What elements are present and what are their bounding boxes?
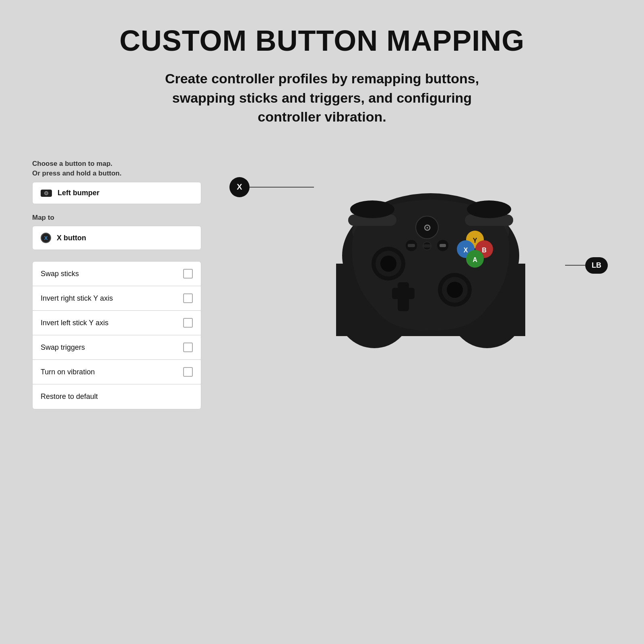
svg-point-11	[380, 256, 396, 272]
options-list: Swap sticksInvert right stick Y axisInve…	[32, 261, 201, 384]
left-panel: Choose a button to map. Or press and hol…	[32, 159, 201, 410]
lb-icon-inner	[44, 191, 48, 195]
option-checkbox-3[interactable]	[183, 343, 193, 352]
svg-rect-16	[392, 288, 415, 299]
x-annotation-bubble: X	[229, 177, 250, 197]
option-checkbox-2[interactable]	[183, 318, 193, 328]
restore-to-default-button[interactable]: Restore to default	[32, 384, 201, 409]
mapped-button-label: X button	[57, 234, 86, 242]
option-label-0: Swap sticks	[41, 270, 79, 278]
lb-icon	[41, 190, 52, 197]
annotation-x: X	[229, 177, 314, 197]
option-checkbox-1[interactable]	[183, 293, 193, 303]
option-label-3: Swap triggers	[41, 343, 85, 352]
lb-annotation-bubble: LB	[585, 257, 608, 274]
svg-point-14	[447, 282, 463, 298]
controller-area: X LB	[225, 143, 612, 352]
main-content: Choose a button to map. Or press and hol…	[0, 159, 644, 410]
svg-rect-18	[408, 244, 415, 247]
option-row-4[interactable]: Turn on vibration	[32, 359, 201, 384]
svg-text:Y: Y	[473, 237, 477, 244]
option-row-1[interactable]: Invert right stick Y axis	[32, 286, 201, 310]
map-to-selector[interactable]: X X button	[32, 226, 201, 250]
x-button-icon: X	[41, 233, 51, 243]
svg-text:⊙: ⊙	[423, 223, 431, 233]
svg-text:X: X	[464, 247, 468, 254]
svg-rect-20	[440, 244, 446, 247]
button-selector[interactable]: Left bumper	[32, 182, 201, 204]
option-row-0[interactable]: Swap sticks	[32, 261, 201, 286]
option-label-1: Invert right stick Y axis	[41, 294, 113, 303]
map-to-label: Map to	[32, 214, 201, 222]
choose-label: Choose a button to map. Or press and hol…	[32, 159, 201, 178]
lb-annotation: LB	[565, 257, 608, 274]
restore-label: Restore to default	[41, 392, 98, 400]
option-label-4: Turn on vibration	[41, 368, 95, 376]
svg-text:A: A	[473, 256, 477, 263]
option-row-3[interactable]: Swap triggers	[32, 335, 201, 359]
svg-rect-32	[423, 244, 431, 248]
option-row-2[interactable]: Invert left stick Y axis	[32, 310, 201, 335]
page-subtitle: Create controller profiles by remapping …	[141, 69, 503, 127]
controller-svg: ⊙ Y X B A	[318, 151, 543, 352]
option-checkbox-0[interactable]	[183, 269, 193, 279]
svg-point-7	[350, 200, 394, 218]
svg-text:B: B	[482, 247, 487, 254]
page-title: CUSTOM BUTTON MAPPING	[120, 24, 524, 57]
option-label-2: Invert left stick Y axis	[41, 319, 108, 327]
selected-button-label: Left bumper	[58, 189, 99, 197]
x-annotation-line	[250, 187, 314, 188]
lb-annotation-line	[565, 265, 585, 266]
svg-point-8	[467, 200, 511, 218]
option-checkbox-4[interactable]	[183, 367, 193, 377]
